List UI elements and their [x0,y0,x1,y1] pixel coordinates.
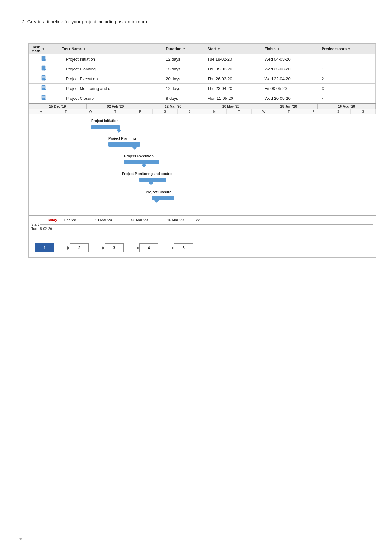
bar-label-initiation: Project Initiation [91,119,118,123]
bar-label-planning: Project Planning [108,136,136,140]
finish-arrow-icon[interactable]: ▼ [277,47,280,51]
day-cell: S [326,109,351,114]
start-date: Tue 18-02-20 [31,227,373,231]
bar-monitoring [139,178,166,182]
task-name-cell: Project Execution [59,74,163,84]
task-mode-cell [29,64,59,74]
flow-line [124,248,137,248]
flow-arrow-1 [89,246,105,250]
time-period-label: 02 Feb '20 [87,104,144,109]
bar-execution [124,160,159,164]
flow-arrow-3 [158,246,174,250]
day-cell: S [153,109,177,114]
flow-line [54,248,67,248]
table-row: Project Planning15 daysThu 05-03-20Wed 2… [29,64,376,74]
time-period-label: 16 Aug '20 [318,104,376,109]
finish-cell: Wed 25-03-20 [262,64,319,74]
start-cell: Thu 23-04-20 [205,84,262,93]
day-cell: T [227,109,251,114]
time-period-label: 15 Dec '19 [29,104,87,109]
start-label: Start [31,222,39,226]
finish-cell: Wed 20-05-20 [262,93,319,103]
date-label-5: 22 [196,218,200,222]
day-cell: T [53,109,78,114]
time-period-label: 10 May '20 [202,104,260,109]
start-cell: Tue 18-02-20 [205,54,262,64]
th-duration: Duration ▼ [163,44,205,54]
flow-arrow-0 [54,246,70,250]
pred-arrow-icon[interactable]: ▼ [348,47,351,51]
gantt-time-header-row: 15 Dec '1902 Feb '2022 Mar '2010 May '20… [29,104,376,109]
day-cell: W [252,109,276,114]
task-mode-cell [29,74,59,84]
flow-line [158,248,172,248]
bar-label-monitoring: Project Monitoring and control [122,172,172,176]
day-cell: M [202,109,227,114]
date-label-3: 08 Mar '20 [131,218,148,222]
finish-cell: Fri 08-05-20 [262,84,319,93]
duration-arrow-icon[interactable]: ▼ [183,47,186,51]
task-name-cell: Project Monitoring and c [59,84,163,93]
task-name-cell: Project Planning [59,64,163,74]
date-label-4: 15 Mar '20 [167,218,184,222]
timeline-bar [40,224,373,225]
flow-box-3: 3 [105,243,124,252]
flow-box-1: 1 [35,243,54,252]
th-task-name: Task Name ▼ [59,44,163,54]
bar-label-execution: Project Execution [124,154,154,158]
duration-cell: 12 days [163,54,205,64]
start-cell: Thu 05-03-20 [205,64,262,74]
flow-box-2: 2 [70,243,89,252]
th-finish: Finish ▼ [262,44,319,54]
time-period-label: 22 Mar '20 [144,104,202,109]
task-mode-cell [29,54,59,64]
th-start: Start ▼ [205,44,262,54]
day-cell: F [128,109,153,114]
duration-cell: 20 days [163,74,205,84]
date-label-1: 23 Feb '20 [60,218,76,222]
table-row: Project Closure8 daysMon 11-05-20Wed 20-… [29,93,376,103]
task-name-cell: Project Initiation [59,54,163,64]
timeline-section: Today 23 Feb '20 01 Mar '20 08 Mar '20 1… [29,215,376,232]
pred-cell [319,54,376,64]
flow-diagram: 12345 [29,232,376,257]
flow-arrowhead-icon [137,246,139,250]
gantt-days-row: ATWTFSSMTWTFSS [29,109,376,114]
flow-arrowhead-icon [172,246,174,250]
page-number: 12 [19,537,23,541]
task-mode-cell [29,93,59,103]
intro-text: 2. Create a timeline for your project in… [22,19,373,24]
day-cell: T [103,109,128,114]
task-mode-cell [29,84,59,93]
day-cell: W [78,109,103,114]
bar-initiation [91,125,120,129]
task-name-arrow-icon[interactable]: ▼ [83,47,86,51]
table-row: Project Execution20 daysThu 26-03-20Wed … [29,74,376,84]
flow-arrowhead-icon [102,246,105,250]
date-label-2: 01 Mar '20 [95,218,112,222]
task-mode-arrow-icon[interactable]: ▼ [42,47,45,51]
pred-cell: 3 [319,84,376,93]
time-period-label: 28 Jun '20 [260,104,318,109]
gantt-container: Task Mode ▼ Task Name ▼ Duration ▼ [28,43,376,258]
th-predecessors: Predecessors ▼ [319,44,376,54]
start-cell: Mon 11-05-20 [205,93,262,103]
duration-cell: 15 days [163,64,205,74]
finish-cell: Wed 22-04-20 [262,74,319,84]
flow-box-5: 5 [174,243,193,252]
vline-2 [198,114,198,215]
duration-cell: 12 days [163,84,205,93]
day-cell: F [301,109,326,114]
task-name-cell: Project Closure [59,93,163,103]
day-cell: T [276,109,301,114]
pred-cell: 1 [319,64,376,74]
flow-arrow-2 [124,246,139,250]
gantt-chart-section: 15 Dec '1902 Feb '2022 Mar '2010 May '20… [29,103,376,232]
pred-cell: 4 [319,93,376,103]
flow-box-4: 4 [139,243,158,252]
table-row: Project Initiation12 daysTue 18-02-20Wed… [29,54,376,64]
day-cell: S [178,109,202,114]
start-cell: Thu 26-03-20 [205,74,262,84]
start-arrow-icon[interactable]: ▼ [217,47,220,51]
day-cell: A [29,109,53,114]
